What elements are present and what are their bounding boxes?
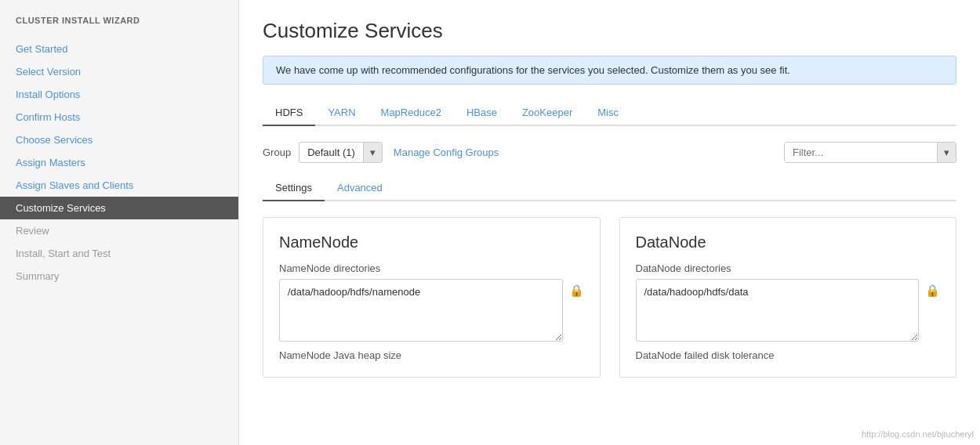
sidebar-item-confirm-hosts[interactable]: Confirm Hosts bbox=[0, 106, 238, 128]
field-textarea-namenode[interactable]: /data/hadoop/hdfs/namenode bbox=[279, 279, 563, 342]
card-namenode: NameNode NameNode directories /data/hado… bbox=[263, 217, 601, 378]
cards-row: NameNode NameNode directories /data/hado… bbox=[263, 217, 956, 378]
field-row-datanode: /data/hadoop/hdfs/data 🔒 bbox=[636, 279, 941, 342]
page-title: Customize Services bbox=[263, 19, 956, 43]
filter-wrapper: ▾ bbox=[784, 142, 956, 163]
group-select-arrow-icon[interactable]: ▾ bbox=[363, 143, 382, 162]
field-label-datanode: DataNode directories bbox=[636, 262, 941, 274]
card-title-namenode: NameNode bbox=[279, 233, 584, 251]
field-below-label-namenode: NameNode Java heap size bbox=[279, 349, 584, 361]
service-tab-yarn[interactable]: YARN bbox=[315, 100, 368, 126]
info-banner: We have come up with recommended configu… bbox=[263, 56, 956, 85]
service-tab-hdfs[interactable]: HDFS bbox=[263, 100, 315, 126]
filter-arrow-icon[interactable]: ▾ bbox=[937, 143, 956, 162]
service-tab-misc[interactable]: Misc bbox=[585, 100, 631, 126]
group-row: Group Default (1) ▾ Manage Config Groups… bbox=[263, 142, 956, 163]
group-select-wrapper[interactable]: Default (1) ▾ bbox=[299, 142, 383, 163]
sidebar-item-assign-slaves-and-clients[interactable]: Assign Slaves and Clients bbox=[0, 174, 238, 197]
wizard-title: CLUSTER INSTALL WIZARD bbox=[0, 16, 238, 38]
service-tab-hbase[interactable]: HBase bbox=[454, 100, 510, 126]
group-select-value: Default (1) bbox=[299, 143, 363, 162]
sidebar-item-summary: Summary bbox=[0, 265, 238, 288]
sidebar-item-get-started[interactable]: Get Started bbox=[0, 38, 238, 60]
sidebar-item-install-start-and-test: Install, Start and Test bbox=[0, 242, 238, 265]
card-title-datanode: DataNode bbox=[636, 233, 941, 251]
filter-input[interactable] bbox=[785, 143, 937, 162]
service-tabs: HDFSYARNMapReduce2HBaseZooKeeperMisc bbox=[263, 100, 956, 126]
field-row-namenode: /data/hadoop/hdfs/namenode 🔒 bbox=[279, 279, 584, 342]
lock-icon-datanode: 🔒 bbox=[925, 284, 940, 298]
lock-icon-namenode: 🔒 bbox=[569, 284, 584, 298]
field-below-label-datanode: DataNode failed disk tolerance bbox=[636, 349, 941, 361]
sidebar-item-choose-services[interactable]: Choose Services bbox=[0, 128, 238, 151]
config-tab-advanced[interactable]: Advanced bbox=[325, 175, 395, 201]
config-tabs: SettingsAdvanced bbox=[263, 175, 956, 201]
card-datanode: DataNode DataNode directories /data/hado… bbox=[619, 217, 957, 378]
group-label: Group bbox=[263, 147, 291, 158]
main-content: Customize Services We have come up with … bbox=[239, 0, 980, 445]
service-tab-mapreduce2[interactable]: MapReduce2 bbox=[368, 100, 454, 126]
config-tab-settings[interactable]: Settings bbox=[263, 175, 325, 201]
sidebar-item-customize-services[interactable]: Customize Services bbox=[0, 197, 238, 219]
sidebar: CLUSTER INSTALL WIZARD Get StartedSelect… bbox=[0, 0, 239, 445]
manage-config-link[interactable]: Manage Config Groups bbox=[390, 147, 776, 158]
sidebar-item-install-options[interactable]: Install Options bbox=[0, 83, 238, 106]
service-tab-zookeeper[interactable]: ZooKeeper bbox=[510, 100, 585, 126]
field-textarea-datanode[interactable]: /data/hadoop/hdfs/data bbox=[636, 279, 920, 342]
sidebar-item-assign-masters[interactable]: Assign Masters bbox=[0, 151, 238, 174]
field-label-namenode: NameNode directories bbox=[279, 262, 584, 274]
sidebar-item-review: Review bbox=[0, 219, 238, 242]
sidebar-item-select-version[interactable]: Select Version bbox=[0, 60, 238, 83]
